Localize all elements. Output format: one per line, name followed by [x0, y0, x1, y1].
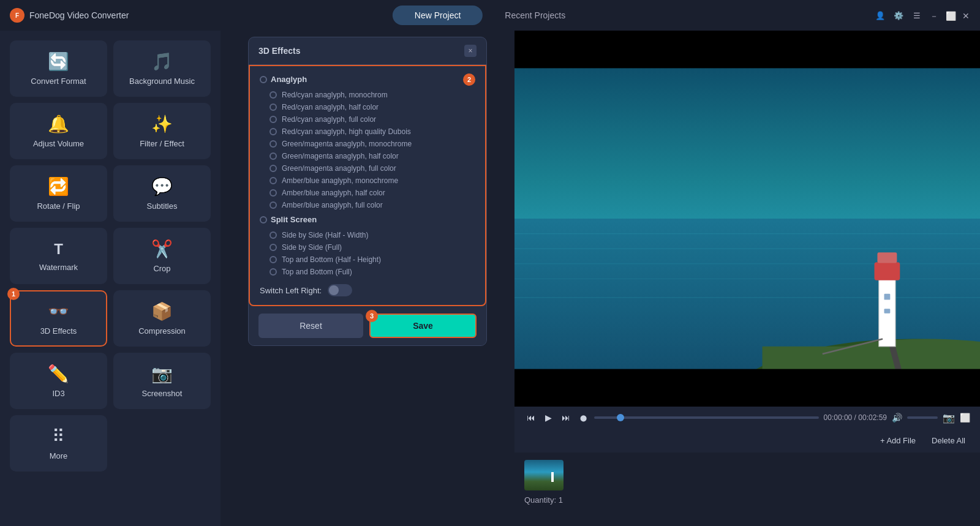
close-button[interactable]: ✕ [962, 11, 970, 20]
sidebar-item-convert-format[interactable]: 🔄 Convert Format [10, 40, 107, 97]
settings-icon[interactable]: ⚙️ [893, 10, 904, 21]
watermark-icon: T [54, 241, 63, 258]
modal-content: Anaglyph 2 Red/cyan anaglyph, monochrom … [249, 65, 486, 306]
rotate-flip-icon: 🔁 [48, 176, 69, 197]
sidebar-item-adjust-volume[interactable]: 🔔 Adjust Volume [10, 103, 107, 159]
sidebar-item-rotate-flip[interactable]: 🔁 Rotate / Flip [10, 165, 107, 222]
anaglyph-option-rca-dubois[interactable]: Red/cyan anaglyph, high quality Dubois [270, 126, 475, 138]
sidebar-item-screenshot[interactable]: 📷 Screenshot [113, 353, 211, 409]
quantity-display: Quantity: 1 [524, 495, 970, 505]
user-icon[interactable]: 👤 [875, 10, 886, 21]
radio-dot-tb-full [270, 268, 277, 276]
fullscreen-icon[interactable]: ⬜ [960, 413, 970, 423]
radio-dot-rca-mono [270, 91, 277, 99]
save-button[interactable]: 3 Save [369, 314, 477, 338]
logo-letter: F [15, 12, 19, 19]
anaglyph-option-rca-full[interactable]: Red/cyan anaglyph, full color [270, 113, 475, 126]
anaglyph-option-gma-full[interactable]: Green/magenta anaglyph, full color [270, 162, 475, 175]
progress-indicator [617, 414, 624, 421]
svg-rect-15 [875, 262, 900, 280]
snapshot-icon[interactable]: 📷 [943, 412, 955, 424]
switch-left-right-row: Switch Left Right: [260, 284, 475, 296]
minimize-button[interactable]: － [930, 11, 938, 20]
anaglyph-section: Anaglyph 2 Red/cyan anaglyph, monochrom … [260, 75, 475, 211]
sidebar-item-watermark[interactable]: T Watermark [10, 228, 107, 284]
filter-effect-icon: ✨ [151, 114, 173, 134]
modal-footer: Reset 3 Save [249, 306, 486, 345]
svg-rect-13 [884, 294, 890, 300]
anaglyph-option-gma-half[interactable]: Green/magenta anaglyph, half color [270, 150, 475, 162]
delete-all-button[interactable]: Delete All [927, 434, 970, 448]
play-button[interactable]: ▶ [543, 411, 554, 424]
radio-dot-gma-full [270, 165, 277, 172]
recent-projects-tab[interactable]: Recent Projects [483, 6, 587, 25]
split-screen-section: Split Screen Side by Side (Half - Width)… [260, 215, 475, 278]
file-thumbnail [524, 460, 564, 490]
reset-button[interactable]: Reset [258, 314, 363, 338]
anaglyph-option-aba-half[interactable]: Amber/blue anaglyph, half color [270, 187, 475, 199]
app-logo-circle: F [10, 8, 24, 23]
radio-dot-sbs-half [270, 231, 277, 239]
video-scene [514, 31, 980, 407]
3d-effects-modal: 3D Effects × Anaglyph 2 [248, 37, 487, 346]
volume-bar[interactable] [907, 416, 938, 419]
sidebar-item-subtitles[interactable]: 💬 Subtitles [113, 165, 211, 222]
skip-back-button[interactable]: ⏮ [524, 411, 538, 424]
maximize-button[interactable]: ⬜ [946, 11, 954, 20]
rotate-flip-label: Rotate / Flip [37, 201, 80, 211]
split-option-tb-full[interactable]: Top and Bottom (Full) [270, 266, 475, 278]
anaglyph-option-rca-mono[interactable]: Red/cyan anaglyph, monochrom [270, 89, 475, 101]
compression-icon: 📦 [151, 301, 173, 321]
split-option-sbs-half[interactable]: Side by Side (Half - Width) [270, 229, 475, 241]
screenshot-icon: 📷 [151, 364, 173, 384]
anaglyph-option-aba-mono[interactable]: Amber/blue anaglyph, monochrome [270, 175, 475, 187]
split-radio-indicator [260, 216, 267, 224]
sidebar-item-filter-effect[interactable]: ✨ Filter / Effect [113, 103, 211, 159]
sidebar-item-background-music[interactable]: 🎵 Background Music [113, 40, 211, 97]
split-option-sbs-full[interactable]: Side by Side (Full) [270, 241, 475, 254]
anaglyph-option-aba-full[interactable]: Amber/blue anaglyph, full color [270, 199, 475, 211]
skip-forward-button[interactable]: ⏭ [559, 411, 573, 424]
filter-effect-label: Filter / Effect [140, 139, 184, 148]
adjust-volume-icon: 🔔 [48, 114, 69, 134]
svg-rect-16 [877, 252, 897, 263]
menu-icon[interactable]: ☰ [911, 10, 922, 21]
file-actions: + Add File Delete All [514, 429, 980, 453]
sidebar-item-3d-effects[interactable]: 1 👓 3D Effects [10, 290, 107, 347]
svg-rect-18 [514, 31, 980, 68]
modal-header: 3D Effects × [249, 37, 486, 65]
radio-dot-gma-mono [270, 140, 277, 148]
subtitles-icon: 💬 [151, 176, 173, 197]
background-music-icon: 🎵 [151, 51, 173, 72]
more-label: More [50, 451, 68, 460]
sidebar-item-crop[interactable]: ✂️ Crop [113, 228, 211, 284]
screenshot-label: Screenshot [142, 389, 183, 398]
svg-rect-14 [884, 309, 890, 313]
switch-left-right-toggle[interactable] [328, 284, 352, 296]
crop-icon: ✂️ [151, 239, 173, 259]
title-bar: F FoneDog Video Converter New Project Re… [0, 0, 980, 31]
modal-close-button[interactable]: × [464, 45, 477, 57]
sidebar-item-id3[interactable]: ✏️ ID3 [10, 353, 107, 409]
thumb-scene [524, 460, 564, 490]
progress-bar[interactable] [594, 416, 819, 419]
anaglyph-option-gma-mono[interactable]: Green/magenta anaglyph, monochrome [270, 138, 475, 150]
window-controls: 👤 ⚙️ ☰ － ⬜ ✕ [875, 10, 970, 21]
sidebar: 🔄 Convert Format 🎵 Background Music 🔔 Ad… [0, 31, 221, 526]
adjust-volume-label: Adjust Volume [33, 139, 84, 148]
radio-dot-sbs-full [270, 244, 277, 251]
add-file-button[interactable]: + Add File [875, 434, 921, 448]
anaglyph-section-title: Anaglyph 2 [260, 75, 475, 84]
sidebar-item-more[interactable]: ⠿ More [10, 415, 107, 472]
video-controls-bar: ⏮ ▶ ⏭ ⬤ 00:00:00 / 00:02:59 🔊 📷 ⬜ [514, 407, 980, 429]
split-option-tb-half[interactable]: Top and Bottom (Half - Height) [270, 254, 475, 266]
right-panel: ⏮ ▶ ⏭ ⬤ 00:00:00 / 00:02:59 🔊 📷 ⬜ + Add … [514, 31, 980, 526]
radio-dot-tb-half [270, 256, 277, 263]
convert-format-label: Convert Format [31, 77, 86, 86]
sidebar-item-compression[interactable]: 📦 Compression [113, 290, 211, 347]
anaglyph-option-rca-half[interactable]: Red/cyan anaglyph, half color [270, 101, 475, 113]
radio-dot-aba-full [270, 201, 277, 209]
new-project-tab[interactable]: New Project [393, 6, 483, 25]
radio-dot-gma-half [270, 152, 277, 160]
stop-button[interactable]: ⬤ [578, 413, 589, 423]
